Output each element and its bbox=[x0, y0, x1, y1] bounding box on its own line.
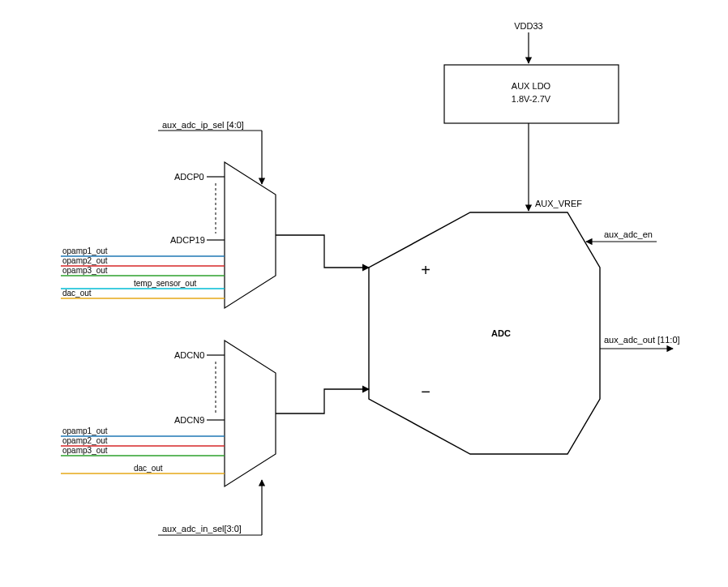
opamp3-p-label: opamp3_out bbox=[62, 266, 108, 275]
mux-n-to-adc-wire bbox=[276, 389, 369, 413]
ip-sel-label: aux_adc_ip_sel [4:0] bbox=[162, 120, 244, 130]
opamp3-n-label: opamp3_out bbox=[62, 446, 108, 455]
adcn0-label: ADCN0 bbox=[174, 350, 204, 360]
temp-sensor-p-label: temp_sensor_out bbox=[134, 279, 196, 288]
adc-minus-icon: − bbox=[421, 383, 430, 401]
aux-vref-label: AUX_VREF bbox=[535, 199, 582, 208]
adc-block bbox=[369, 212, 600, 454]
dac-out-p-label: dac_out bbox=[62, 289, 92, 298]
adc-plus-icon: + bbox=[421, 261, 430, 279]
dac-out-n-label: dac_out bbox=[134, 464, 163, 473]
opamp2-n-label: opamp2_out bbox=[62, 436, 108, 445]
vdd33-label: VDD33 bbox=[514, 21, 542, 31]
aux-adc-en-label: aux_adc_en bbox=[604, 229, 653, 239]
aux-adc-out-label: aux_adc_out [11:0] bbox=[604, 335, 680, 345]
mux-p bbox=[225, 162, 276, 308]
opamp2-p-label: opamp2_out bbox=[62, 256, 108, 265]
aux-ldo-subtitle: 1.8V-2.7V bbox=[512, 94, 551, 104]
in-sel-label: aux_adc_in_sel[3:0] bbox=[162, 524, 242, 533]
adcp19-label: ADCP19 bbox=[170, 235, 205, 245]
mux-n bbox=[225, 341, 276, 486]
mux-p-to-adc-wire bbox=[276, 235, 369, 268]
opamp1-p-label: opamp1_out bbox=[62, 246, 108, 255]
aux-ldo-title: AUX LDO bbox=[512, 81, 551, 91]
adc-block-diagram: VDD33 AUX LDO 1.8V-2.7V AUX_VREF ADC + −… bbox=[0, 0, 728, 587]
opamp1-n-label: opamp1_out bbox=[62, 426, 108, 435]
adcn9-label: ADCN9 bbox=[174, 415, 204, 425]
adc-title: ADC bbox=[491, 328, 511, 338]
adcp0-label: ADCP0 bbox=[174, 172, 204, 182]
